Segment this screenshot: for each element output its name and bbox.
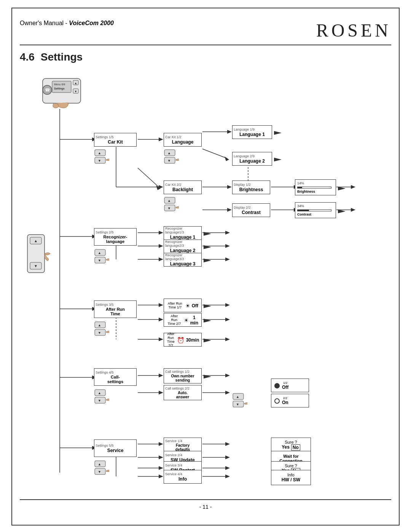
contrast-menu-label: Display 2/2 xyxy=(233,205,270,210)
contrast-value-box: 34% Contrast xyxy=(295,202,336,218)
brightness-menu-box: Display 1/2 Brightness xyxy=(232,181,270,194)
rec-lang1-main: Language 1 xyxy=(170,235,196,240)
svg-marker-81 xyxy=(159,474,163,478)
art-30min-box: After Run Time 7/7 ⏰ 30min xyxy=(164,333,202,347)
language1-box: Language 1/9 Language 1 xyxy=(232,125,272,139)
auto-on-main: On xyxy=(282,400,288,405)
svg-marker-34 xyxy=(351,208,355,212)
svg-text:▲: ▲ xyxy=(98,323,101,327)
backlight-box: Car Kit 2/2 Backlight xyxy=(164,181,202,194)
rec-lang1-label: Recognizer language1/3 xyxy=(164,226,201,235)
auto-off-main: Off xyxy=(282,385,288,390)
svg-marker-56 xyxy=(225,303,230,307)
language-main: Language xyxy=(172,139,194,145)
svg-text:▼: ▼ xyxy=(167,206,171,210)
svg-marker-141 xyxy=(204,319,211,323)
factory-defaults-box: Service 1/4 Factorydefaults xyxy=(164,438,202,453)
language1-main: Language 1 xyxy=(239,132,265,137)
svg-marker-39 xyxy=(159,244,163,248)
call-settings-box: Settings 4/5 Call-settings xyxy=(94,368,137,386)
hw-sw-box: Info HW / SW xyxy=(271,470,311,485)
rec-lang2-arrow xyxy=(204,243,215,252)
svg-text:▲: ▲ xyxy=(98,151,101,155)
art-1min-label: After Run Time 2/7 xyxy=(167,314,182,326)
svg-marker-37 xyxy=(159,231,163,235)
call-settings-label: Settings 4/5 xyxy=(94,370,136,375)
left-nav-device: ▲ ▼ xyxy=(25,233,52,282)
svg-marker-50 xyxy=(159,303,163,307)
contrast-menu-main: Contrast xyxy=(242,210,260,215)
svg-marker-60 xyxy=(225,337,230,341)
recognizer-main: Recognizer-language xyxy=(104,235,127,244)
language-nav: ▲ ▼ xyxy=(164,149,179,179)
recognizer-nav: ▲ ▼ xyxy=(94,249,109,279)
art-off-box: After Run Time 1/7 ☀ Off xyxy=(164,299,202,312)
svg-marker-83 xyxy=(225,442,230,446)
svg-text:▲: ▲ xyxy=(236,395,239,399)
svg-text:▲: ▲ xyxy=(98,391,101,395)
diagram-area: Menu 6/8 Settings ▲ ▼ ☎ xyxy=(20,73,391,492)
art-30min-main: 30min xyxy=(186,337,199,343)
svg-marker-128 xyxy=(338,209,346,213)
svg-marker-24 xyxy=(227,185,232,189)
svg-text:▲: ▲ xyxy=(167,199,171,203)
service-main: Service xyxy=(107,448,124,453)
brightness-val-arrow xyxy=(338,185,349,194)
service-box: Settings 5/5 Service xyxy=(94,439,137,457)
car-kit-label: Settings 1/5 xyxy=(94,135,136,139)
rec-lang2-box: Recognizer language2/3 Language 2 xyxy=(164,240,202,253)
contrast-pct-label: 34% xyxy=(297,204,304,208)
svg-marker-134 xyxy=(204,245,211,249)
svg-marker-58 xyxy=(225,318,230,321)
auto-on-box: 2/2 On xyxy=(271,394,309,407)
rec-lang1-box: Recognizer language1/3 Language 1 xyxy=(164,226,202,240)
carkit-nav: ▲ ▼ xyxy=(94,149,109,172)
svg-marker-54 xyxy=(159,337,163,341)
svg-marker-66 xyxy=(225,374,230,377)
recognizer-label: Settings 2/5 xyxy=(94,230,136,235)
service-nav: ▲ ▼ xyxy=(94,460,109,494)
art-30min-arrow xyxy=(204,337,215,346)
svg-marker-19 xyxy=(227,130,232,134)
lang2-arrow xyxy=(274,156,285,165)
auto-off-label: 1/2 xyxy=(282,381,288,385)
svg-text:Settings: Settings xyxy=(54,87,65,90)
language2-box: Language 2/9 Language 2 xyxy=(232,152,272,166)
art-1min-box: After Run Time 2/7 ☀ 1 min xyxy=(164,313,202,327)
contrast-val-arrow xyxy=(338,208,349,217)
svg-marker-89 xyxy=(225,474,230,478)
svg-marker-147 xyxy=(204,375,211,379)
hw-sw-main: HW / SW xyxy=(282,477,300,482)
svg-text:☎: ☎ xyxy=(45,88,50,92)
header: Owner's Manual - VoiceCom 2000 ROSEN xyxy=(20,20,391,45)
after-run-nav: ▲ ▼ xyxy=(94,321,109,355)
page-number: - 11 - xyxy=(199,504,212,510)
sure-text-1: Sure ? xyxy=(285,440,297,444)
info-box: Service 4/4 Info xyxy=(164,470,202,484)
svg-line-13 xyxy=(138,168,159,187)
own-number-arrow xyxy=(204,373,215,382)
backlight-nav: ▲ ▼ xyxy=(164,197,179,231)
svg-text:▼: ▼ xyxy=(34,264,38,268)
svg-marker-62 xyxy=(159,374,163,377)
header-subtitle: Owner's Manual - VoiceCom 2000 xyxy=(20,20,114,27)
svg-marker-21 xyxy=(225,157,229,161)
after-run-main: After RunTime xyxy=(106,307,125,316)
car-kit-main: Car Kit xyxy=(108,139,123,145)
own-number-main: Own numbersending xyxy=(171,374,194,382)
recognizer-box: Settings 2/5 Recognizer-language xyxy=(94,228,137,246)
svg-text:▼: ▼ xyxy=(236,403,239,406)
svg-text:▲: ▲ xyxy=(98,462,101,466)
hw-sw-info-label: Info xyxy=(287,473,294,477)
language1-label: Language 1/9 xyxy=(233,127,272,132)
svg-text:Menu  6/8: Menu 6/8 xyxy=(54,83,65,86)
svg-text:▼: ▼ xyxy=(98,259,101,262)
rec-lang2-main: Language 2 xyxy=(170,248,196,253)
svg-marker-14 xyxy=(156,185,161,190)
svg-marker-45 xyxy=(225,244,230,248)
section-title: 4.6 Settings xyxy=(20,51,86,63)
svg-marker-79 xyxy=(159,466,163,470)
svg-marker-133 xyxy=(204,232,211,236)
svg-text:▼: ▼ xyxy=(98,159,101,163)
language-box: Car Kit 1/2 Language xyxy=(164,133,202,147)
